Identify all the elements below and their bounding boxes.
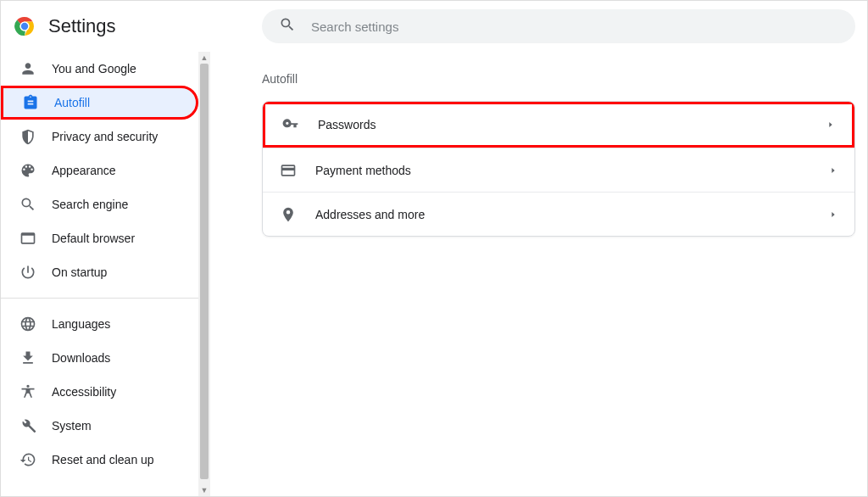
header: Settings <box>1 1 867 52</box>
sidebar-item-languages[interactable]: Languages <box>1 307 193 341</box>
svg-point-2 <box>21 23 28 30</box>
palette-icon <box>19 162 36 179</box>
autofill-card: Passwords Payment methods Addresses and … <box>262 101 855 237</box>
sidebar-item-search-engine[interactable]: Search engine <box>1 187 193 221</box>
sidebar-item-appearance[interactable]: Appearance <box>1 154 193 187</box>
search-icon <box>19 196 36 213</box>
search-box[interactable] <box>262 9 855 43</box>
sidebar-item-accessibility[interactable]: Accessibility <box>1 375 193 409</box>
scrollbar[interactable]: ▲ ▼ <box>198 52 210 496</box>
globe-icon <box>19 316 36 332</box>
page-title: Settings <box>48 15 116 37</box>
sidebar-item-autofill[interactable]: Autofill <box>1 86 198 120</box>
sidebar-item-default-browser[interactable]: Default browser <box>1 221 193 255</box>
sidebar-item-you-and-google[interactable]: You and Google <box>1 52 193 86</box>
chevron-right-icon <box>826 118 835 131</box>
sidebar-item-system[interactable]: System <box>1 409 193 443</box>
clipboard-icon <box>22 94 39 111</box>
power-icon <box>19 264 36 281</box>
search-input[interactable] <box>311 20 838 34</box>
row-payment-methods[interactable]: Payment methods <box>263 148 854 192</box>
sidebar-item-label: On startup <box>52 265 107 279</box>
sidebar-item-label: Languages <box>52 317 110 331</box>
sidebar-item-label: Downloads <box>52 351 110 365</box>
sidebar-item-label: Appearance <box>52 164 116 177</box>
section-title: Autofill <box>262 72 857 86</box>
sidebar-item-privacy[interactable]: Privacy and security <box>1 120 193 154</box>
pin-icon <box>280 206 297 223</box>
row-addresses[interactable]: Addresses and more <box>263 192 854 236</box>
download-icon <box>19 349 36 366</box>
sidebar-item-label: Autofill <box>54 96 90 109</box>
restore-icon <box>19 451 36 468</box>
chevron-right-icon <box>829 208 837 221</box>
scroll-up-icon[interactable]: ▲ <box>198 52 210 64</box>
scroll-down-icon[interactable]: ▼ <box>198 484 210 496</box>
row-label: Addresses and more <box>315 208 829 221</box>
sidebar-item-label: Default browser <box>52 232 135 245</box>
person-icon <box>19 60 36 77</box>
sidebar-item-reset[interactable]: Reset and clean up <box>1 443 193 477</box>
key-icon <box>282 116 299 133</box>
accessibility-icon <box>19 383 36 400</box>
sidebar-item-label: System <box>52 419 92 433</box>
row-passwords[interactable]: Passwords <box>263 102 854 148</box>
shield-icon <box>19 128 36 145</box>
chevron-right-icon <box>829 164 837 177</box>
sidebar-item-downloads[interactable]: Downloads <box>1 341 193 375</box>
sidebar-item-label: Reset and clean up <box>52 453 154 466</box>
row-label: Passwords <box>318 118 826 131</box>
wrench-icon <box>19 417 36 434</box>
main-content: Autofill Passwords Payment methods Addre… <box>211 52 867 496</box>
sidebar-item-label: You and Google <box>52 62 136 75</box>
sidebar-item-on-startup[interactable]: On startup <box>1 255 193 289</box>
row-label: Payment methods <box>315 164 829 177</box>
sidebar-item-label: Search engine <box>52 198 128 211</box>
scrollbar-thumb[interactable] <box>200 64 209 479</box>
chrome-logo-icon <box>14 16 35 36</box>
sidebar: You and Google Autofill Privacy and secu… <box>1 52 211 496</box>
card-icon <box>280 162 297 179</box>
search-icon <box>279 16 296 36</box>
sidebar-item-label: Accessibility <box>52 385 116 399</box>
browser-icon <box>19 230 36 247</box>
sidebar-item-label: Privacy and security <box>52 130 158 143</box>
sidebar-divider <box>1 298 210 299</box>
